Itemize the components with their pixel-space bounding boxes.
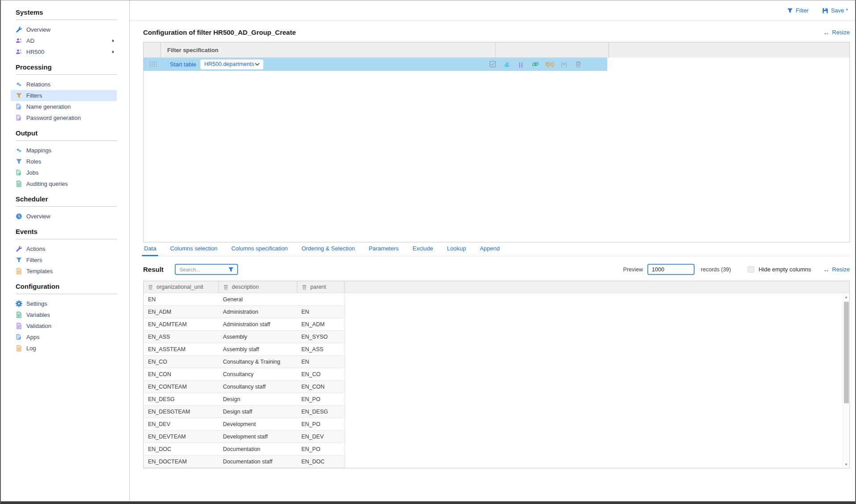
doc-icon [16,323,22,329]
preview-count-input[interactable] [647,264,695,275]
sidebar-item-name-generation[interactable]: Name generation [11,101,117,112]
sidebar-item-log[interactable]: Log [11,343,117,354]
column-header-label: organizational_unit [156,284,203,290]
section-divider [16,74,117,75]
vertical-scrollbar[interactable]: ▲ ▼ [843,294,849,468]
sidebar-item-templates[interactable]: Templates [11,266,117,277]
funnel-icon [16,158,22,165]
sidebar-item-auditing-queries[interactable]: Auditing queries [11,178,117,189]
table-cell: EN_DEVTEAM [144,434,218,440]
exclude-icon[interactable]: |×| [560,60,568,68]
table-row[interactable]: EN_CONTEAMConsultancy staffEN_CON [144,381,345,393]
link-icon[interactable] [531,60,539,68]
sidebar-item-actions[interactable]: Actions [11,243,117,254]
row-action-icons: &||f(x)|×| [489,60,582,68]
table-cell: EN_CO [144,359,218,365]
scroll-up-icon[interactable]: ▲ [844,294,848,300]
sidebar-item-overview[interactable]: Overview [11,211,117,222]
table-cell: Documentation [218,446,297,452]
sidebar-item-password-generation[interactable]: Password generation [11,112,117,123]
tab-append[interactable]: Append [479,245,501,256]
table-cell: EN [297,309,344,315]
function-icon[interactable]: f(x) [546,60,554,68]
sidebar-item-label: Filters [26,257,42,263]
drag-handle-icon[interactable] [149,61,157,67]
table-cell: Consultancy staff [218,384,297,390]
sidebar-item-apps[interactable]: Apps [11,332,117,343]
tab-lookup[interactable]: Lookup [446,245,467,256]
table-row[interactable]: EN_DOCTEAMDocumentation staffEN_DOC [144,455,345,468]
search-filter-icon[interactable] [228,266,234,273]
sidebar-item-filters[interactable]: Filters [11,90,117,101]
tab-columns-selection[interactable]: Columns selection [169,245,218,256]
save-button[interactable]: Save * [822,7,848,14]
table-cell: EN_CONTEAM [144,384,218,390]
table-row[interactable]: EN_DOCDocumentationEN_PO [144,443,345,455]
table-row[interactable]: EN_ASSTEAMAssembly staffEN_ASS [144,343,345,356]
sidebar-item-label: Templates [26,268,53,275]
table-row[interactable]: EN_DESGTEAMDesign staffEN_DESG [144,406,345,418]
column-header-description[interactable]: description [218,281,297,293]
and-operator-icon[interactable]: & [503,60,511,68]
search-input[interactable] [179,266,228,273]
doc-icon [16,345,22,352]
delete-column-icon[interactable] [301,284,307,290]
sidebar-item-relations[interactable]: Relations [11,79,117,90]
column-header-organizational-unit[interactable]: organizational_unit [144,281,218,293]
sidebar-item-mappings[interactable]: Mappings [11,145,117,156]
sidebar-item-variables[interactable]: Variables [11,309,117,320]
scroll-down-icon[interactable]: ▼ [844,461,848,468]
header-cell-empty [144,42,160,57]
doc-icon [16,268,22,275]
table-cell: EN_ADM [144,309,218,315]
table-row[interactable]: EN_COConsultancy & TrainingEN [144,356,345,368]
sidebar-item-jobs[interactable]: Jobs [11,167,117,178]
sidebar-item-settings[interactable]: Settings [11,298,117,309]
delete-column-icon[interactable] [148,284,153,290]
sidebar-item-validation[interactable]: Validation [11,320,117,332]
resize-arrows-icon: ↔ [823,29,829,36]
column-header-parent[interactable]: parent [297,281,344,293]
or-operator-icon[interactable]: || [517,60,525,68]
table-row[interactable]: EN_DEVDevelopmentEN_PO [144,418,345,430]
sidebar-item-ad[interactable]: AD [11,35,117,46]
sidebar-item-overview[interactable]: Overview [11,24,117,35]
filter-spec-label: Filter specification [167,47,218,53]
sidebar-item-hr500[interactable]: HR500 [11,46,117,57]
save-button-label: Save * [831,7,848,14]
scrollbar-thumb[interactable] [844,302,849,403]
sidebar-item-roles[interactable]: Roles [11,156,117,167]
validate-checkbox-icon[interactable] [489,60,497,68]
tab-columns-specification[interactable]: Columns specification [230,245,288,256]
tab-data[interactable]: Data [143,245,157,256]
table-row[interactable]: EN_DEVTEAMDevelopment staffEN_DEV [144,430,345,443]
funnel-icon [16,257,22,263]
sidebar-item-filters[interactable]: Filters [11,254,117,266]
sidebar-item-label: Roles [26,158,41,165]
table-row[interactable]: EN_CONConsultancyEN_CO [144,368,345,381]
tab-parameters[interactable]: Parameters [368,245,399,256]
hide-empty-checkbox[interactable] [748,266,754,273]
result-table-body: ENGeneralEN_ADMAdministrationENEN_ADMTEA… [144,293,849,468]
sidebar-item-label: Actions [26,246,45,252]
delete-column-icon[interactable] [223,284,229,290]
result-toolbar: Result Preview records (39) Hide empty c… [143,264,850,275]
resize-filter-panel-button[interactable]: ↔ Resize [823,29,850,36]
table-row[interactable]: EN_ADMAdministrationEN [144,306,345,318]
table-row[interactable]: EN_ADMTEAMAdministration staffEN_ADM [144,318,345,331]
start-table-row[interactable]: Start table HR500.departments &||f(x)|×| [144,57,607,71]
resize-result-button[interactable]: ↔ Resize [823,266,850,273]
tab-exclude[interactable]: Exclude [412,245,434,256]
table-row[interactable]: ENGeneral [144,293,345,306]
column-header-label: description [232,284,259,290]
start-table-select[interactable]: HR500.departments [200,59,263,70]
section-title-scheduler: Scheduler [16,195,117,203]
delete-icon[interactable] [574,60,582,68]
search-box[interactable] [175,264,238,275]
filter-button[interactable]: Filter [787,7,809,14]
table-row[interactable]: EN_DESGDesignEN_PO [144,393,345,406]
table-row[interactable]: EN_ASSAssemblyEN_SYSO [144,331,345,343]
table-cell: EN_DEV [144,421,218,427]
section-title-systems: Systems [16,8,117,16]
tab-ordering-selection[interactable]: Ordering & Selection [300,245,356,256]
